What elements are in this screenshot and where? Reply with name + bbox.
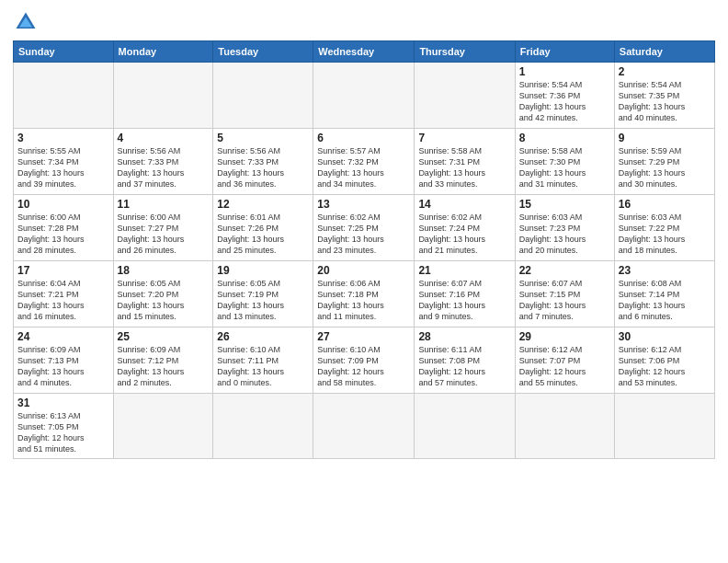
calendar-week-1: 1Sunrise: 5:54 AM Sunset: 7:36 PM Daylig… <box>14 63 715 129</box>
calendar-cell: 12Sunrise: 6:01 AM Sunset: 7:26 PM Dayli… <box>213 195 313 261</box>
calendar-cell <box>213 394 313 459</box>
day-number: 11 <box>118 198 210 211</box>
calendar-cell <box>14 63 114 129</box>
logo <box>13 9 42 35</box>
day-number: 4 <box>118 132 210 144</box>
day-info: Sunrise: 5:58 AM Sunset: 7:31 PM Dayligh… <box>418 145 510 190</box>
day-info: Sunrise: 6:11 AM Sunset: 7:08 PM Dayligh… <box>418 344 510 389</box>
day-number: 13 <box>317 198 410 211</box>
calendar-cell: 16Sunrise: 6:03 AM Sunset: 7:22 PM Dayli… <box>614 195 714 261</box>
calendar-cell: 18Sunrise: 6:05 AM Sunset: 7:20 PM Dayli… <box>113 261 213 327</box>
day-number: 14 <box>418 198 510 211</box>
calendar-week-6: 31Sunrise: 6:13 AM Sunset: 7:05 PM Dayli… <box>14 394 715 459</box>
day-number: 29 <box>519 330 610 343</box>
header <box>13 9 715 35</box>
day-number: 25 <box>118 330 210 343</box>
weekday-header-thursday: Thursday <box>415 41 515 63</box>
calendar-cell: 24Sunrise: 6:09 AM Sunset: 7:13 PM Dayli… <box>14 327 114 394</box>
calendar-cell: 22Sunrise: 6:07 AM Sunset: 7:15 PM Dayli… <box>515 261 614 327</box>
day-number: 17 <box>17 264 109 277</box>
calendar-cell <box>515 394 614 459</box>
day-info: Sunrise: 5:55 AM Sunset: 7:34 PM Dayligh… <box>17 145 109 190</box>
day-number: 1 <box>519 65 610 78</box>
calendar-week-5: 24Sunrise: 6:09 AM Sunset: 7:13 PM Dayli… <box>14 327 715 394</box>
calendar-cell: 1Sunrise: 5:54 AM Sunset: 7:36 PM Daylig… <box>515 63 614 129</box>
calendar-cell <box>415 394 515 459</box>
calendar-cell <box>614 394 714 459</box>
calendar-cell: 10Sunrise: 6:00 AM Sunset: 7:28 PM Dayli… <box>14 195 114 261</box>
day-info: Sunrise: 6:03 AM Sunset: 7:22 PM Dayligh… <box>619 212 711 257</box>
calendar-cell: 27Sunrise: 6:10 AM Sunset: 7:09 PM Dayli… <box>313 327 415 394</box>
calendar-cell: 26Sunrise: 6:10 AM Sunset: 7:11 PM Dayli… <box>213 327 313 394</box>
day-info: Sunrise: 6:09 AM Sunset: 7:13 PM Dayligh… <box>17 344 109 389</box>
calendar-cell <box>415 63 515 129</box>
day-info: Sunrise: 6:07 AM Sunset: 7:16 PM Dayligh… <box>418 278 510 323</box>
calendar-cell: 11Sunrise: 6:00 AM Sunset: 7:27 PM Dayli… <box>113 195 213 261</box>
day-info: Sunrise: 5:59 AM Sunset: 7:29 PM Dayligh… <box>619 145 711 190</box>
day-number: 23 <box>619 264 711 277</box>
weekday-header-saturday: Saturday <box>614 41 714 63</box>
calendar-cell: 7Sunrise: 5:58 AM Sunset: 7:31 PM Daylig… <box>415 129 515 195</box>
day-info: Sunrise: 6:01 AM Sunset: 7:26 PM Dayligh… <box>217 212 309 257</box>
calendar-cell: 17Sunrise: 6:04 AM Sunset: 7:21 PM Dayli… <box>14 261 114 327</box>
calendar-cell: 30Sunrise: 6:12 AM Sunset: 7:06 PM Dayli… <box>614 327 714 394</box>
calendar-cell: 4Sunrise: 5:56 AM Sunset: 7:33 PM Daylig… <box>113 129 213 195</box>
calendar-cell <box>313 394 415 459</box>
day-info: Sunrise: 6:12 AM Sunset: 7:06 PM Dayligh… <box>619 344 711 389</box>
day-info: Sunrise: 6:02 AM Sunset: 7:24 PM Dayligh… <box>418 212 510 257</box>
day-number: 5 <box>217 132 309 144</box>
day-number: 27 <box>317 330 410 343</box>
day-number: 19 <box>217 264 309 277</box>
weekday-header-sunday: Sunday <box>14 41 114 63</box>
day-number: 2 <box>619 65 711 78</box>
day-info: Sunrise: 5:57 AM Sunset: 7:32 PM Dayligh… <box>317 145 410 190</box>
weekday-header-tuesday: Tuesday <box>213 41 313 63</box>
calendar-cell: 8Sunrise: 5:58 AM Sunset: 7:30 PM Daylig… <box>515 129 614 195</box>
day-number: 20 <box>317 264 410 277</box>
day-number: 15 <box>519 198 610 211</box>
day-number: 31 <box>17 396 109 409</box>
day-info: Sunrise: 6:06 AM Sunset: 7:18 PM Dayligh… <box>317 278 410 323</box>
calendar-week-3: 10Sunrise: 6:00 AM Sunset: 7:28 PM Dayli… <box>14 195 715 261</box>
day-info: Sunrise: 5:54 AM Sunset: 7:36 PM Dayligh… <box>519 79 610 124</box>
calendar-cell <box>113 63 213 129</box>
calendar-cell <box>113 394 213 459</box>
day-number: 12 <box>217 198 309 211</box>
calendar-cell: 2Sunrise: 5:54 AM Sunset: 7:35 PM Daylig… <box>614 63 714 129</box>
weekday-header-wednesday: Wednesday <box>313 41 415 63</box>
weekday-header-row: SundayMondayTuesdayWednesdayThursdayFrid… <box>14 41 715 63</box>
day-info: Sunrise: 6:13 AM Sunset: 7:05 PM Dayligh… <box>17 410 109 455</box>
calendar-cell: 9Sunrise: 5:59 AM Sunset: 7:29 PM Daylig… <box>614 129 714 195</box>
day-number: 16 <box>619 198 711 211</box>
day-info: Sunrise: 5:56 AM Sunset: 7:33 PM Dayligh… <box>118 145 210 190</box>
calendar-cell: 14Sunrise: 6:02 AM Sunset: 7:24 PM Dayli… <box>415 195 515 261</box>
weekday-header-monday: Monday <box>113 41 213 63</box>
day-info: Sunrise: 6:02 AM Sunset: 7:25 PM Dayligh… <box>317 212 410 257</box>
day-number: 22 <box>519 264 610 277</box>
day-info: Sunrise: 5:56 AM Sunset: 7:33 PM Dayligh… <box>217 145 309 190</box>
calendar-cell: 23Sunrise: 6:08 AM Sunset: 7:14 PM Dayli… <box>614 261 714 327</box>
day-number: 18 <box>118 264 210 277</box>
day-number: 6 <box>317 132 410 144</box>
day-number: 3 <box>17 132 109 144</box>
day-info: Sunrise: 6:07 AM Sunset: 7:15 PM Dayligh… <box>519 278 610 323</box>
day-info: Sunrise: 6:00 AM Sunset: 7:28 PM Dayligh… <box>17 212 109 257</box>
day-number: 24 <box>17 330 109 343</box>
day-number: 21 <box>418 264 510 277</box>
day-info: Sunrise: 6:04 AM Sunset: 7:21 PM Dayligh… <box>17 278 109 323</box>
calendar-cell: 25Sunrise: 6:09 AM Sunset: 7:12 PM Dayli… <box>113 327 213 394</box>
day-info: Sunrise: 6:03 AM Sunset: 7:23 PM Dayligh… <box>519 212 610 257</box>
day-info: Sunrise: 5:58 AM Sunset: 7:30 PM Dayligh… <box>519 145 610 190</box>
calendar-cell <box>313 63 415 129</box>
day-number: 28 <box>418 330 510 343</box>
day-info: Sunrise: 6:12 AM Sunset: 7:07 PM Dayligh… <box>519 344 610 389</box>
calendar-cell: 28Sunrise: 6:11 AM Sunset: 7:08 PM Dayli… <box>415 327 515 394</box>
calendar-cell: 21Sunrise: 6:07 AM Sunset: 7:16 PM Dayli… <box>415 261 515 327</box>
calendar-cell: 29Sunrise: 6:12 AM Sunset: 7:07 PM Dayli… <box>515 327 614 394</box>
day-number: 9 <box>619 132 711 144</box>
page: SundayMondayTuesdayWednesdayThursdayFrid… <box>0 0 728 466</box>
day-info: Sunrise: 6:05 AM Sunset: 7:19 PM Dayligh… <box>217 278 309 323</box>
day-info: Sunrise: 6:05 AM Sunset: 7:20 PM Dayligh… <box>118 278 210 323</box>
day-number: 26 <box>217 330 309 343</box>
calendar-cell: 15Sunrise: 6:03 AM Sunset: 7:23 PM Dayli… <box>515 195 614 261</box>
